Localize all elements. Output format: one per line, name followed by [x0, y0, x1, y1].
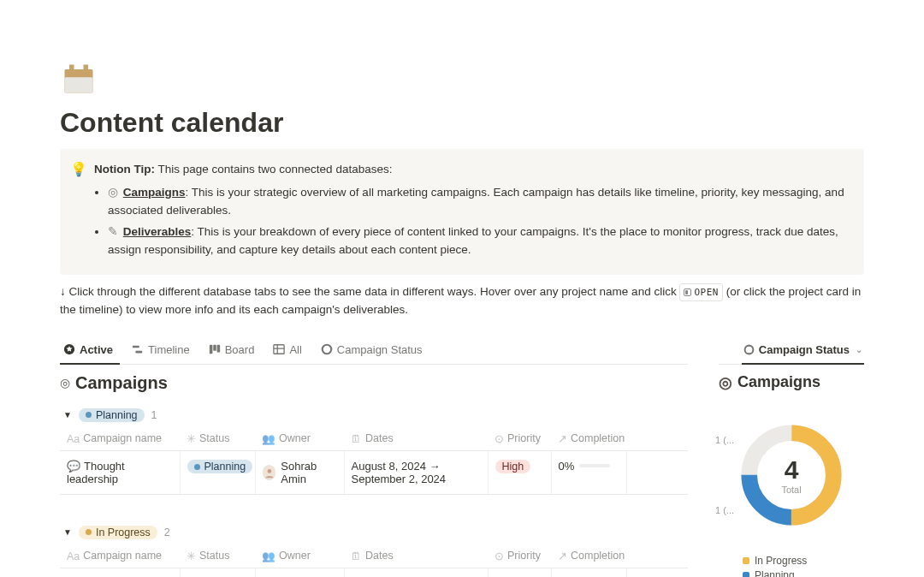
callout-heading: Notion Tip: — [94, 163, 155, 175]
donut-legend: In Progress Planning — [719, 555, 864, 577]
right-db-title[interactable]: Campaigns — [737, 373, 820, 391]
priority-pill[interactable]: High — [495, 460, 531, 473]
col-completion[interactable]: ↗Completion — [551, 427, 626, 451]
progress-bar — [579, 464, 610, 467]
completion-pct: 0% — [559, 460, 575, 473]
group-count: 1 — [151, 409, 157, 421]
svg-rect-1 — [65, 77, 93, 92]
chevron-down-icon[interactable]: ▼ — [63, 527, 72, 537]
svg-point-20 — [744, 345, 753, 354]
donut-icon — [321, 343, 333, 355]
tab-campaign-status[interactable]: Campaign Status — [317, 338, 429, 365]
legend-dot-planning — [743, 572, 749, 577]
col-owner[interactable]: 👥Owner — [255, 427, 344, 451]
callout-intro: This page contains two connected databas… — [158, 163, 393, 175]
target-icon: ◎ — [108, 186, 118, 199]
col-status[interactable]: ✳Status — [180, 427, 255, 451]
col-priority[interactable]: ⊙Priority — [488, 427, 551, 451]
chevron-down-icon[interactable]: ⌄ — [856, 345, 862, 354]
col-dates[interactable]: 🗓Dates — [344, 427, 488, 451]
svg-rect-9 — [216, 345, 220, 353]
table-row[interactable]: 🎤Industry event In Progress Nate Martins… — [60, 568, 688, 577]
campaigns-table-planning: AaCampaign name ✳Status 👥Owner 🗓Dates ⊙P… — [60, 427, 688, 495]
page-icon — [60, 60, 864, 100]
right-tab-campaign-status[interactable]: Campaign Status ⌄ — [742, 338, 864, 365]
tab-all[interactable]: All — [270, 338, 308, 365]
group-header-planning[interactable]: ▼ Planning 1 — [60, 400, 688, 427]
page-title: Content calendar — [60, 107, 864, 139]
donut-total-number: 4 — [785, 455, 799, 485]
owner-name[interactable]: Sohrab Amin — [281, 460, 336, 485]
svg-rect-8 — [213, 345, 216, 351]
db-title[interactable]: Campaigns — [75, 373, 168, 393]
board-icon — [209, 343, 221, 355]
group-count: 2 — [164, 526, 170, 538]
col-priority[interactable]: ⊙Priority — [488, 544, 551, 568]
chevron-down-icon[interactable]: ▼ — [63, 410, 72, 419]
donut-total-label: Total — [781, 485, 801, 495]
svg-point-13 — [323, 345, 332, 354]
table-icon — [273, 343, 285, 355]
col-name[interactable]: AaCampaign name — [60, 544, 180, 568]
tab-active[interactable]: Active — [60, 338, 120, 365]
doc-icon: ✎ — [108, 225, 118, 238]
svg-rect-10 — [274, 345, 284, 354]
col-completion[interactable]: ↗Completion — [551, 544, 626, 568]
status-pill-planning: Planning — [79, 408, 145, 422]
svg-rect-2 — [69, 65, 74, 73]
status-pill-inprogress: In Progress — [79, 526, 157, 539]
timeline-icon — [132, 343, 144, 355]
target-icon: ◎ — [719, 373, 732, 392]
svg-rect-5 — [133, 346, 139, 348]
svg-rect-6 — [135, 351, 142, 354]
col-name[interactable]: AaCampaign name — [60, 427, 180, 451]
donut-icon — [743, 344, 755, 355]
tab-board[interactable]: Board — [205, 338, 262, 365]
open-pill: OPEN — [679, 283, 723, 301]
avatar — [263, 465, 276, 480]
side-peek-icon — [684, 288, 691, 296]
dates-cell[interactable]: August 8, 2024 → September 2, 2024 — [344, 450, 488, 494]
svg-rect-7 — [210, 345, 213, 354]
callout-item-deliverables: ✎ Deliverables: This is your breakdown o… — [108, 223, 850, 259]
dates-cell[interactable]: July 17, 2024 → August 11, 2024 — [344, 568, 488, 577]
tab-timeline[interactable]: Timeline — [128, 338, 197, 365]
db-tabs: Active Timeline Board All Campaign Statu… — [60, 338, 688, 365]
col-owner[interactable]: 👥Owner — [255, 544, 344, 568]
hint-text: ↓ Click through the different database t… — [60, 283, 864, 319]
target-icon: ◎ — [60, 376, 70, 390]
group-header-inprogress[interactable]: ▼ In Progress 2 — [60, 517, 688, 544]
donut-side-label: 1 (... — [715, 435, 734, 445]
svg-rect-3 — [84, 65, 89, 73]
col-status[interactable]: ✳Status — [180, 544, 255, 568]
table-row[interactable]: 💬Thought leadership Planning Sohrab Amin… — [60, 450, 688, 494]
status-pill[interactable]: Planning — [187, 460, 253, 473]
lightbulb-icon: 💡 — [70, 161, 87, 263]
campaigns-table-inprogress: AaCampaign name ✳Status 👥Owner 🗓Dates ⊙P… — [60, 544, 688, 577]
star-badge-icon — [63, 343, 75, 355]
legend-dot-inprogress — [743, 557, 749, 564]
callout-item-campaigns: ◎ Campaigns: This is your strategic over… — [108, 184, 850, 220]
row-emoji: 💬 — [67, 460, 80, 473]
svg-point-15 — [267, 469, 271, 473]
tip-callout: 💡 Notion Tip: This page contains two con… — [60, 149, 864, 275]
status-donut-chart: 4 Total 1 (... 1 (... — [736, 419, 847, 531]
col-dates[interactable]: 🗓Dates — [344, 544, 488, 568]
donut-side-label: 1 (... — [715, 505, 734, 515]
